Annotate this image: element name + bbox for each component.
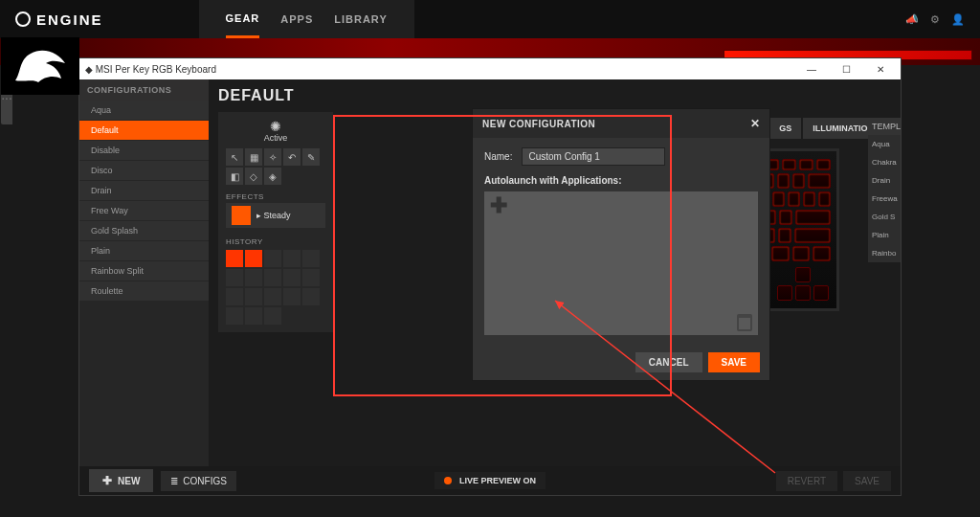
history-swatch[interactable] <box>226 269 243 286</box>
history-heading: HISTORY <box>226 237 325 246</box>
modal-title: NEW CONFIGURATION <box>482 119 595 129</box>
tool-marquee-icon[interactable]: ▦ <box>245 148 262 166</box>
history-swatch[interactable] <box>245 288 262 305</box>
tool-sample-icon[interactable]: ◈ <box>264 168 281 185</box>
effects-heading: EFFECTS <box>226 192 325 201</box>
configs-button[interactable]: ≣CONFIGS <box>161 471 236 491</box>
announcement-icon[interactable]: 📣 <box>905 13 919 26</box>
history-swatch[interactable] <box>226 307 243 325</box>
history-swatch[interactable] <box>302 269 320 286</box>
config-item-roulette[interactable]: Roulette <box>79 281 209 302</box>
configs-button-label: CONFIGS <box>183 476 227 486</box>
history-swatch[interactable] <box>264 307 281 325</box>
config-item-goldsplash[interactable]: Gold Splash <box>79 221 209 241</box>
config-item-drain[interactable]: Drain <box>79 181 209 201</box>
window-close-button[interactable]: ✕ <box>866 64 895 75</box>
tab-apps[interactable]: APPS <box>280 2 313 36</box>
save-bottom-button[interactable]: SAVE <box>843 471 891 491</box>
template-item[interactable]: Plain <box>868 226 901 244</box>
live-preview-label: LIVE PREVIEW ON <box>459 476 536 485</box>
config-item-disco[interactable]: Disco <box>79 161 209 181</box>
cancel-button[interactable]: CANCEL <box>635 352 702 372</box>
template-item[interactable]: Aqua <box>868 135 901 153</box>
tool-brush-icon[interactable]: ✎ <box>302 148 320 166</box>
modal-name-label: Name: <box>484 151 512 162</box>
new-config-button[interactable]: ✚NEW <box>89 469 153 492</box>
live-preview-toggle[interactable]: LIVE PREVIEW ON <box>434 472 546 489</box>
workspace-tabs: GS ILLUMINATION <box>769 118 883 139</box>
add-application-button[interactable]: ✚ <box>490 195 511 216</box>
new-configuration-modal: NEW CONFIGURATION ✕ Name: Autolaunch wit… <box>472 108 770 381</box>
active-indicator: ✺ Active <box>226 120 325 143</box>
template-item[interactable]: Gold S <box>868 208 901 226</box>
effect-color-swatch[interactable] <box>232 206 251 225</box>
template-item[interactable]: Chakra <box>868 153 901 171</box>
history-swatch[interactable] <box>226 288 243 305</box>
history-swatch[interactable] <box>264 288 281 305</box>
main-nav-tabs: GEAR APPS LIBRARY <box>199 0 414 38</box>
window-minimize-button[interactable]: — <box>797 64 826 75</box>
msi-dragon-badge <box>1 37 79 95</box>
template-item[interactable]: Drain <box>868 171 901 190</box>
configuration-name-input[interactable] <box>522 147 665 166</box>
config-item-freeway[interactable]: Free Way <box>79 201 209 221</box>
templates-panel: TEMPLAT Aqua Chakra Drain Freewa Gold S … <box>868 118 901 262</box>
live-dot-icon <box>444 477 452 484</box>
history-swatch[interactable] <box>283 250 301 267</box>
revert-button[interactable]: REVERT <box>776 471 837 491</box>
config-item-disable[interactable]: Disable <box>79 141 209 161</box>
tab-gear[interactable]: GEAR <box>226 1 260 38</box>
tab-library[interactable]: LIBRARY <box>334 2 387 36</box>
modal-close-button[interactable]: ✕ <box>750 117 761 130</box>
history-swatch[interactable] <box>302 250 320 267</box>
account-icon[interactable]: 👤 <box>951 13 965 26</box>
history-swatch[interactable] <box>283 269 301 286</box>
window-maximize-button[interactable]: ☐ <box>832 64 860 75</box>
workspace-title: DEFAULT <box>218 87 891 104</box>
save-button[interactable]: SAVE <box>708 352 761 372</box>
tool-erase-icon[interactable]: ◇ <box>245 168 262 185</box>
configurations-list: Aqua Default Disable Disco Drain Free Wa… <box>79 101 209 302</box>
config-item-rainbowsplit[interactable]: Rainbow Split <box>79 261 209 281</box>
tab-partial[interactable]: GS <box>769 118 801 139</box>
tool-palette: ↖ ▦ ✧ ↶ ✎ ◧ ◇ ◈ <box>226 148 325 185</box>
history-swatch[interactable] <box>264 250 281 267</box>
window-app-icon: ◆ <box>85 64 93 75</box>
autolaunch-label: Autolaunch with Applications: <box>484 175 758 186</box>
template-item[interactable]: Freewa <box>868 190 901 208</box>
configurations-header: CONFIGURATIONS <box>79 79 209 101</box>
history-swatch[interactable] <box>264 269 281 286</box>
tool-pointer-icon[interactable]: ↖ <box>226 148 243 166</box>
config-item-aqua[interactable]: Aqua <box>79 101 209 121</box>
side-expand-handle[interactable]: ··· <box>1 92 12 124</box>
tools-panel: ✺ Active ↖ ▦ ✧ ↶ ✎ ◧ ◇ ◈ <box>218 112 333 332</box>
history-swatch[interactable] <box>283 288 301 305</box>
configurations-sidebar: CONFIGURATIONS Aqua Default Disable Disc… <box>79 79 209 466</box>
history-swatch[interactable] <box>226 250 243 267</box>
history-swatch[interactable] <box>245 307 262 325</box>
history-swatch[interactable] <box>245 250 262 267</box>
window-bottom-bar: ✚NEW ≣CONFIGS LIVE PREVIEW ON REVERT SAV… <box>79 466 901 495</box>
brand-label: ENGINE <box>36 11 103 28</box>
plus-icon: ✚ <box>102 474 112 487</box>
tool-wand-icon[interactable]: ✧ <box>264 148 281 166</box>
remove-application-icon[interactable] <box>737 314 752 331</box>
list-icon: ≣ <box>170 476 178 486</box>
workspace: DEFAULT ✺ Active ↖ ▦ ✧ ↶ <box>209 79 901 466</box>
effects-row[interactable]: ▸ Steady <box>226 203 325 228</box>
history-grid <box>226 250 325 325</box>
settings-icon[interactable]: ⚙ <box>930 13 940 26</box>
top-right-icons: 📣 ⚙ 👤 <box>905 13 965 26</box>
brand-ring-icon <box>15 11 31 27</box>
effect-name: Steady <box>264 211 291 220</box>
new-button-label: NEW <box>118 476 140 486</box>
tool-bucket-icon[interactable]: ◧ <box>226 168 243 185</box>
tool-undo-icon[interactable]: ↶ <box>283 148 301 166</box>
config-item-default[interactable]: Default <box>79 121 209 141</box>
active-label: Active <box>226 133 325 143</box>
config-item-plain[interactable]: Plain <box>79 241 209 261</box>
history-swatch[interactable] <box>245 269 262 286</box>
autolaunch-apps-area: ✚ <box>484 191 758 335</box>
history-swatch[interactable] <box>302 288 320 305</box>
template-item[interactable]: Rainbo <box>868 244 901 262</box>
